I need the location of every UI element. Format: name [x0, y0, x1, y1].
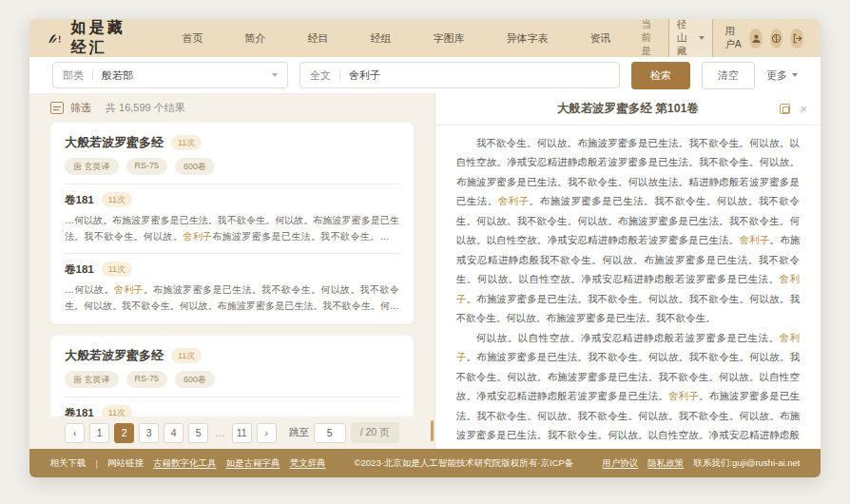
copyright-text: ©2023·北京如是人工智能技术研究院版权所有·京ICP备 — [355, 457, 574, 470]
footer-link: 相关下载 — [50, 457, 87, 470]
volume-row: 卷181 11次 — [65, 192, 399, 207]
close-icon[interactable]: × — [800, 103, 807, 115]
nav-item-4[interactable]: 经组 — [350, 31, 413, 46]
meta-tag: RS-75 — [126, 158, 168, 175]
more-label: 更多 — [766, 68, 787, 83]
result-title[interactable]: 大般若波罗蜜多经 — [65, 347, 164, 364]
meta-tag: 600卷 — [175, 158, 215, 175]
user-icon — [751, 33, 762, 44]
nav-item-7[interactable]: 资讯 — [570, 31, 632, 46]
reader-title: 大般若波罗蜜多经 第101卷 — [557, 101, 699, 117]
current-edition-label: 当前是 — [642, 19, 661, 58]
result-title[interactable]: 大般若波罗蜜多经 — [65, 134, 164, 151]
volume-section[interactable]: 卷181 11次 …何以故。舍利子。布施波罗蜜多是已生法。我不欲令生。何以故。我… — [65, 253, 399, 322]
pagination-page-5[interactable]: 5 — [188, 423, 208, 443]
open-original-icon[interactable] — [780, 104, 790, 114]
footer-link[interactable]: 如是古籍字典 — [226, 457, 280, 470]
match-count-badge: 11次 — [171, 135, 202, 150]
footer-link[interactable]: 隐私政策 — [647, 457, 684, 470]
username-label: 用户A — [724, 25, 742, 51]
search-button[interactable]: 检索 — [631, 62, 690, 89]
footer-link[interactable]: 用户协议 — [602, 457, 638, 470]
pagination-page-1[interactable]: 1 — [89, 423, 109, 443]
field-divider — [92, 69, 93, 81]
brand-home-link[interactable]: 如是藏经汇 — [47, 19, 127, 58]
pagination-page-11[interactable]: 11 — [232, 423, 252, 443]
pagination-next[interactable]: › — [257, 423, 277, 443]
volume-sections: 卷181 11次 …何以故。布施波罗蜜多是已生法。我不欲令生。何以故。布施波罗蜜… — [65, 397, 399, 417]
results-count: 共 16,599 个结果 — [106, 101, 185, 115]
reader-panel: 大般若波罗蜜多经 第101卷 × 我不欲令生。何以故。布施波罗蜜多是已生法。我不… — [435, 93, 821, 449]
volume-sections: 卷181 11次 …何以故。布施波罗蜜多是已生法。我不欲令生。何以故。布施波罗蜜… — [65, 184, 399, 322]
footer: 相关下载|网站链接古籍数字化工具如是古籍字典梵文辞典©2023·北京如是人工智能… — [29, 449, 821, 477]
reader-actions: × — [780, 93, 807, 125]
scripture-paragraph: 我不欲令生。何以故。布施波罗蜜多是已生法。我不欲令生。何以故。以自性空故。净戒安… — [456, 133, 800, 328]
volume-match-badge: 11次 — [102, 405, 132, 417]
footer-separator: | — [96, 458, 98, 469]
total-pages-label: / 20 页 — [351, 422, 399, 443]
fulltext-label: 全文 — [310, 68, 331, 83]
scrollbar-thumb[interactable] — [431, 420, 434, 441]
nav-item-1[interactable]: 首页 — [162, 31, 224, 46]
nav-item-6[interactable]: 异体字表 — [486, 31, 570, 46]
more-button[interactable]: 更多 — [766, 68, 798, 83]
keyword-highlight: 舍利子 — [114, 284, 144, 295]
match-count-badge: 11次 — [171, 348, 202, 363]
volume-match-badge: 11次 — [102, 262, 132, 277]
footer-right-links: 用户协议隐私政策联系我们:guji@rushi-ai.net — [602, 457, 800, 470]
field-divider — [339, 69, 340, 81]
footer-link[interactable]: 古籍数字化工具 — [153, 457, 217, 470]
settings-button[interactable] — [770, 29, 783, 48]
site-title: 如是藏经汇 — [70, 19, 126, 58]
pagination-page-4[interactable]: 4 — [164, 423, 184, 443]
results-panel: 筛选 共 16,599 个结果 大般若波罗蜜多经 11次 唐 玄奘译RS-756… — [29, 93, 435, 449]
keyword-highlight: 舍利子 — [498, 195, 530, 206]
result-title-row: 大般若波罗蜜多经 11次 — [65, 134, 399, 151]
volume-section[interactable]: 卷181 11次 …何以故。布施波罗蜜多是已生法。我不欲令生。何以故。布施波罗蜜… — [65, 397, 399, 417]
clear-button[interactable]: 清空 — [702, 62, 755, 89]
meta-tag: 唐 玄奘译 — [65, 158, 119, 175]
result-card[interactable]: 大般若波罗蜜多经 11次 唐 玄奘译RS-75600卷 卷181 11次 …何以… — [50, 336, 414, 417]
nav-item-3[interactable]: 经目 — [287, 31, 350, 46]
pagination: ‹12345…11›跳至/ 20 页 — [29, 417, 435, 449]
user-avatar-button[interactable] — [749, 29, 763, 48]
search-bar: 部类 般若部 全文 检索 清空 更多 — [29, 57, 821, 93]
keyword-highlight: 舍利子 — [668, 390, 699, 401]
keyword-highlight: 舍利子 — [183, 231, 212, 242]
footer-link[interactable]: 梵文辞典 — [290, 457, 326, 470]
scripture-text: 我不欲令生。何以故。布施波罗蜜多是已生法。我不欲令生。何以故。以自性空故。净戒安… — [435, 126, 821, 449]
volume-section[interactable]: 卷181 11次 …何以故。布施波罗蜜多是已生法。我不欲令生。何以故。布施波罗蜜… — [65, 184, 399, 253]
filter-label[interactable]: 筛选 — [70, 101, 91, 115]
chevron-down-icon — [699, 36, 705, 40]
pagination-page-2[interactable]: 2 — [114, 423, 134, 443]
app-window: 如是藏经汇 首页简介经目经组字图库异体字表资讯 当前是 径山藏 用户A — [29, 19, 821, 477]
logout-button[interactable] — [790, 29, 803, 48]
nav-item-2[interactable]: 简介 — [224, 31, 287, 46]
volume-row: 卷181 11次 — [65, 262, 399, 277]
top-navigation-bar: 如是藏经汇 首页简介经目经组字图库异体字表资讯 当前是 径山藏 用户A — [29, 19, 821, 57]
category-value: 般若部 — [102, 68, 133, 83]
results-header: 筛选 共 16,599 个结果 — [29, 93, 435, 121]
edition-value: 径山藏 — [677, 19, 691, 58]
volume-label: 卷181 — [65, 262, 94, 277]
result-title-row: 大般若波罗蜜多经 11次 — [65, 347, 399, 364]
category-select[interactable]: 部类 般若部 — [52, 62, 288, 88]
pagination-prev[interactable]: ‹ — [65, 423, 85, 443]
main-nav: 首页简介经目经组字图库异体字表资讯 — [162, 31, 632, 46]
fulltext-input[interactable] — [349, 69, 609, 81]
brand-logo-icon — [47, 28, 63, 48]
result-card[interactable]: 大般若波罗蜜多经 11次 唐 玄奘译RS-75600卷 卷181 11次 …何以… — [50, 123, 414, 324]
pagination-page-3[interactable]: 3 — [139, 423, 159, 443]
footer-link: 网站链接 — [107, 457, 144, 470]
edition-select[interactable]: 径山藏 — [668, 19, 713, 62]
meta-tags: 唐 玄奘译RS-75600卷 — [65, 371, 399, 388]
category-label: 部类 — [63, 68, 84, 83]
keyword-highlight: 舍利子 — [739, 234, 769, 245]
filter-icon[interactable] — [50, 102, 64, 114]
jump-page-input[interactable] — [314, 423, 346, 443]
snippet-text: …何以故。布施波罗蜜多是已生法。我不欲令生。何以故。布施波罗蜜多是已生法。我不欲… — [65, 212, 399, 244]
keyword-highlight: 舍利子 — [456, 273, 800, 303]
volume-match-badge: 11次 — [102, 192, 132, 207]
nav-item-5[interactable]: 字图库 — [413, 31, 486, 46]
header-right-area: 当前是 径山藏 用户A — [642, 19, 804, 62]
